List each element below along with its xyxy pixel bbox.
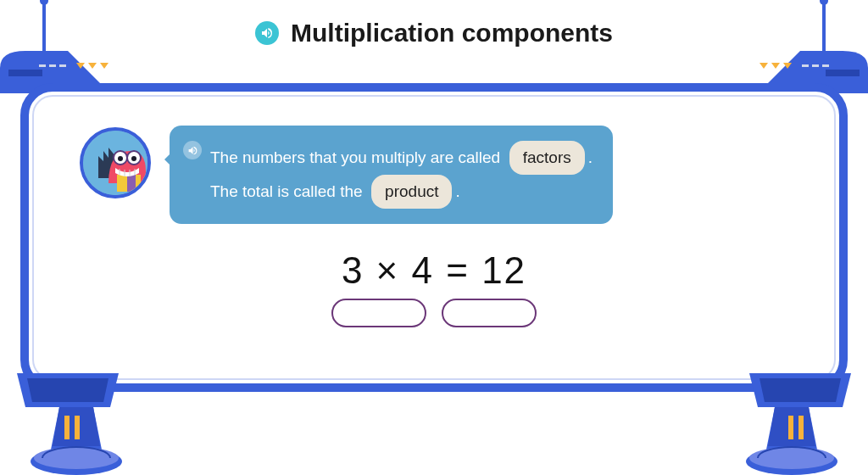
svg-point-6	[131, 156, 136, 161]
decal-right	[760, 63, 829, 78]
title-row: Multiplication components	[0, 19, 868, 48]
speaker-icon[interactable]	[255, 21, 279, 45]
period: .	[588, 148, 593, 166]
svg-rect-8	[75, 416, 80, 439]
svg-point-5	[118, 156, 123, 161]
vocab-pill-product[interactable]: product	[371, 175, 452, 209]
avatar	[80, 127, 151, 198]
main-panel: The numbers that you multiply are called…	[20, 83, 848, 392]
svg-rect-2	[127, 175, 136, 192]
svg-point-10	[34, 447, 119, 469]
foot-decor-left	[0, 373, 136, 475]
bubble-line2: The total is called the	[210, 182, 363, 200]
speech-row: The numbers that you multiply are called…	[80, 126, 788, 224]
speaker-icon[interactable]	[183, 141, 202, 159]
svg-point-14	[749, 447, 834, 469]
period: .	[455, 182, 459, 200]
bubble-line1: The numbers that you multiply are called	[210, 148, 500, 166]
svg-rect-12	[788, 416, 793, 439]
vocab-pill-factors[interactable]: factors	[509, 141, 585, 175]
answer-slot[interactable]	[442, 299, 537, 327]
foot-decor-right	[732, 373, 868, 475]
answer-slots	[80, 299, 788, 327]
svg-rect-7	[64, 416, 70, 439]
decal-left	[39, 63, 108, 78]
answer-slot[interactable]	[331, 299, 426, 327]
svg-rect-11	[798, 416, 804, 439]
speech-bubble: The numbers that you multiply are called…	[170, 126, 613, 224]
page-title: Multiplication components	[291, 19, 613, 48]
equation-display: 3 × 4 = 12	[80, 249, 788, 292]
